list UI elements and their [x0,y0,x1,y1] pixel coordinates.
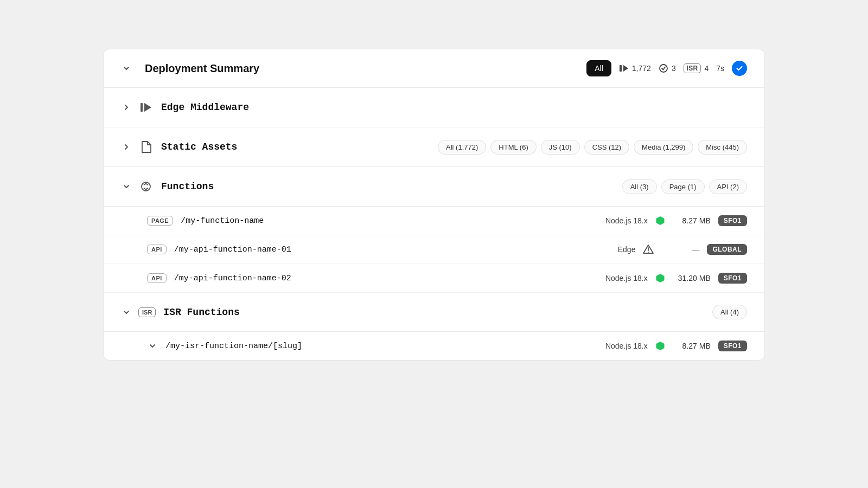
region-3: SFO1 [718,273,747,284]
runtime-2: Edge [618,245,636,254]
static-assets-filters: All (1,772) HTML (6) JS (10) CSS (12) Me… [438,140,747,155]
play-pause-section-icon [140,101,152,113]
functions-icon [659,63,668,73]
green-hex-icon-1 [655,216,665,226]
edge-middleware-section: Edge Middleware [104,88,764,127]
filter-media[interactable]: Media (1,299) [634,140,693,155]
functions-count: 3 [672,64,676,73]
isr-size-1: 8.27 MB [673,342,711,350]
func-meta-3: Node.js 18.x 31.20 MB SFO1 [605,273,747,284]
chevron-down-icon [123,183,130,190]
functions-section: Functions All (3) Page (1) API (2) [104,167,764,207]
svg-point-1 [660,65,667,72]
static-assets-title: Static Assets [161,142,237,152]
isr-func-path-1: /my-isr-function-name/[slug] [165,342,605,351]
isr-tag: ISR [684,63,701,73]
chevron-right-icon [123,104,130,111]
svg-rect-2 [141,103,143,112]
type-badge-api-2: API [147,273,167,283]
svg-marker-3 [656,216,664,225]
size-2: — [661,245,699,254]
file-icon [141,141,151,153]
func-path-3: /my-api-function-name-02 [174,274,605,283]
edge-middleware-toggle[interactable] [121,102,132,113]
func-meta-1: Node.js 18.x 8.27 MB SFO1 [605,215,747,226]
functions-toggle[interactable] [121,181,132,192]
isr-functions-title: ISR Functions [163,307,239,318]
function-item-3: API /my-api-function-name-02 Node.js 18.… [104,264,764,293]
filter-css[interactable]: CSS (12) [584,140,629,155]
filter-all[interactable]: All (1,772) [438,140,486,155]
isr-func-meta-1: Node.js 18.x 8.27 MB SFO1 [605,341,747,351]
filter-html[interactable]: HTML (6) [490,140,536,155]
size-3: 31.20 MB [673,274,711,282]
green-hex-icon-3 [655,273,665,283]
functions-section-svg [140,181,152,192]
filter-all-isr[interactable]: All (4) [712,305,747,319]
isr-runtime-1: Node.js 18.x [605,342,648,350]
isr-count: 4 [704,64,709,73]
function-item-2: API /my-api-function-name-01 Edge — GLOB… [104,235,764,264]
header-row: Deployment Summary All 1,772 3 [104,49,764,88]
isr-functions-section: ISR ISR Functions All (4) [104,293,764,332]
region-1: SFO1 [718,215,747,226]
svg-marker-6 [656,342,664,350]
check-icon [736,65,743,72]
header-left: Deployment Summary [121,62,259,75]
isr-functions-toggle[interactable] [121,307,132,318]
isr-function-item-1: /my-isr-function-name/[slug] Node.js 18.… [104,332,764,360]
edge-middleware-title: Edge Middleware [161,102,249,113]
runtime-3: Node.js 18.x [605,274,648,282]
header-controls: All 1,772 3 ISR 4 7 [586,60,747,76]
svg-point-4 [648,252,649,253]
chevron-right-icon [123,144,130,150]
deployment-summary-card: Deployment Summary All 1,772 3 [103,49,765,361]
all-filter-button[interactable]: All [586,60,611,76]
size-1: 8.27 MB [673,216,711,225]
play-pause-icon [619,63,629,73]
filter-js[interactable]: JS (10) [541,140,580,155]
filter-api-functions[interactable]: API (2) [709,179,747,194]
chevron-down-icon-isr-item [149,342,156,350]
isr-section-badge: ISR [138,307,156,317]
region-2: GLOBAL [707,244,747,255]
edge-middleware-icon [138,100,154,115]
green-hex-icon-isr-1 [655,341,665,351]
isr-item-expand-toggle[interactable] [147,341,158,351]
functions-title: Functions [161,181,214,192]
type-badge-page: PAGE [147,216,173,226]
isr-region-1: SFO1 [718,341,747,351]
static-assets-icon [138,139,154,155]
edge-triangle-icon [643,244,654,255]
timer-display: 7s [716,64,724,73]
svg-rect-0 [620,65,622,72]
func-path-2: /my-api-function-name-01 [174,245,618,254]
success-indicator [732,61,747,76]
filter-misc[interactable]: Misc (445) [698,140,747,155]
functions-section-icon [138,179,154,194]
static-assets-toggle[interactable] [121,142,132,152]
runtime-1: Node.js 18.x [605,216,648,225]
svg-marker-5 [656,274,664,282]
functions-icon-badge: 3 [659,63,676,73]
filter-page-functions[interactable]: Page (1) [661,179,705,194]
functions-count-badge: 1,772 [619,63,651,73]
filter-all-functions[interactable]: All (3) [622,179,657,194]
isr-filters: All (4) [712,305,747,319]
func-meta-2: Edge — GLOBAL [618,244,747,255]
func-path-1: /my-function-name [181,216,605,226]
isr-count-badge: ISR 4 [684,63,709,73]
page-title: Deployment Summary [145,62,259,75]
header-collapse-toggle[interactable] [121,63,132,74]
static-assets-section: Static Assets All (1,772) HTML (6) JS (1… [104,127,764,167]
chevron-down-icon-isr [123,309,130,316]
type-badge-api-1: API [147,245,167,254]
function-item-1: PAGE /my-function-name Node.js 18.x 8.27… [104,207,764,235]
static-count: 1,772 [632,64,651,73]
functions-filters: All (3) Page (1) API (2) [622,179,747,194]
